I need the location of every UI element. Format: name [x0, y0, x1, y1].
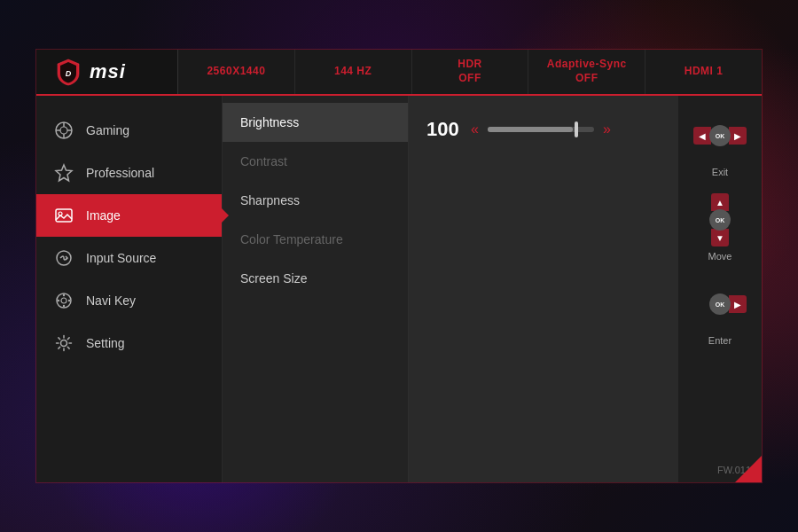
sidebar: Gaming Professional Im — [36, 96, 223, 482]
input-icon — [54, 248, 74, 268]
brand-name: msi — [90, 60, 126, 83]
exit-label: Exit — [712, 167, 728, 177]
svg-point-14 — [63, 305, 65, 307]
dpad-move-center[interactable]: OK — [709, 209, 731, 231]
svg-point-16 — [68, 300, 70, 301]
sidebar-label-gaming: Gaming — [86, 123, 129, 137]
msi-logo: D msi — [54, 58, 126, 86]
dpad-move-down[interactable]: ▼ — [711, 229, 729, 246]
gamepad-icon — [54, 121, 74, 140]
menu-item-sharpness[interactable]: Sharpness — [223, 181, 408, 220]
star-icon — [54, 163, 74, 183]
menu-label-sharpness: Sharpness — [240, 193, 300, 207]
sidebar-label-navi-key: Navi Key — [86, 293, 136, 308]
enter-label: Enter — [708, 335, 732, 346]
dpad-exit-right[interactable]: ▶ — [729, 127, 747, 145]
menu-item-screen-size[interactable]: Screen Size — [223, 259, 408, 298]
svg-point-15 — [58, 300, 59, 301]
menu-label-brightness: Brightness — [240, 115, 299, 129]
dpad-exit-left[interactable]: ◀ — [693, 127, 711, 145]
menu-label-color-temperature: Color Temperature — [240, 232, 343, 246]
svg-text:D: D — [66, 69, 72, 78]
svg-point-2 — [60, 127, 67, 134]
hdr-status: HDROFF — [412, 50, 529, 94]
move-label: Move — [708, 251, 732, 262]
svg-marker-7 — [56, 165, 72, 181]
brightness-control: 100 « » — [426, 118, 611, 141]
menu-item-brightness[interactable]: Brightness — [223, 103, 408, 142]
menu-label-contrast: Contrast — [240, 154, 287, 168]
menu-item-contrast: Contrast — [223, 142, 408, 181]
dpad-enter-center[interactable]: OK — [709, 293, 731, 315]
sidebar-item-professional[interactable]: Professional — [36, 152, 222, 194]
slider-right-arrow[interactable]: » — [603, 121, 611, 137]
status-bar: D msi 2560X1440 144 HZ HDROFF Adaptive-S… — [36, 50, 762, 96]
sidebar-label-image: Image — [86, 208, 121, 223]
logo-section: D msi — [36, 50, 178, 94]
sidebar-item-gaming[interactable]: Gaming — [36, 109, 222, 152]
input-status: HDMI 1 — [645, 50, 762, 94]
move-dpad: ▲ ▼ OK — [693, 193, 747, 246]
adaptive-sync-status: Adaptive-SyncOFF — [528, 50, 645, 94]
resolution-status: 2560X1440 — [178, 50, 295, 94]
sidebar-item-input-source[interactable]: Input Source — [36, 237, 222, 279]
menu-panel: Brightness Contrast Sharpness Color Temp… — [223, 96, 409, 482]
sidebar-item-navi-key[interactable]: Navi Key — [36, 279, 222, 322]
value-panel: 100 « » — [409, 96, 677, 482]
dpad-exit-center[interactable]: OK — [709, 125, 731, 146]
sidebar-item-setting[interactable]: Setting — [36, 322, 222, 364]
brightness-value: 100 — [426, 118, 462, 141]
main-content: Gaming Professional Im — [36, 96, 762, 482]
refresh-rate-status: 144 HZ — [295, 50, 412, 94]
msi-shield-icon: D — [54, 58, 82, 86]
svg-point-12 — [61, 298, 66, 303]
image-icon — [54, 206, 74, 225]
enter-control: ▶ OK Enter — [693, 278, 747, 346]
menu-label-screen-size: Screen Size — [240, 271, 307, 286]
svg-rect-8 — [56, 209, 72, 222]
slider-thumb — [575, 121, 578, 137]
main-ui: D msi 2560X1440 144 HZ HDROFF Adaptive-S… — [35, 49, 763, 483]
sidebar-item-image[interactable]: Image — [36, 194, 222, 237]
sidebar-label-input-source: Input Source — [86, 251, 156, 265]
move-control: ▲ ▼ OK Move — [693, 193, 747, 262]
sidebar-label-professional: Professional — [86, 166, 154, 180]
exit-control: ◀ ▶ OK Exit — [693, 109, 747, 177]
svg-point-17 — [61, 340, 67, 347]
status-items: 2560X1440 144 HZ HDROFF Adaptive-SyncOFF… — [178, 50, 762, 94]
sidebar-label-setting: Setting — [86, 336, 125, 350]
navi-icon — [54, 291, 74, 310]
corner-accent — [735, 456, 762, 482]
dpad-enter-right[interactable]: ▶ — [729, 295, 747, 313]
menu-item-color-temperature: Color Temperature — [223, 220, 408, 259]
controls-panel: ◀ ▶ OK Exit ▲ ▼ — [677, 96, 762, 482]
slider-track[interactable] — [488, 127, 594, 132]
exit-dpad: ◀ ▶ OK — [693, 109, 747, 162]
dpad-move-up[interactable]: ▲ — [711, 193, 729, 211]
setting-icon — [54, 333, 74, 353]
slider-left-arrow[interactable]: « — [471, 121, 479, 137]
slider-fill — [488, 127, 573, 132]
enter-dpad: ▶ OK — [693, 278, 747, 331]
svg-point-13 — [63, 294, 65, 296]
